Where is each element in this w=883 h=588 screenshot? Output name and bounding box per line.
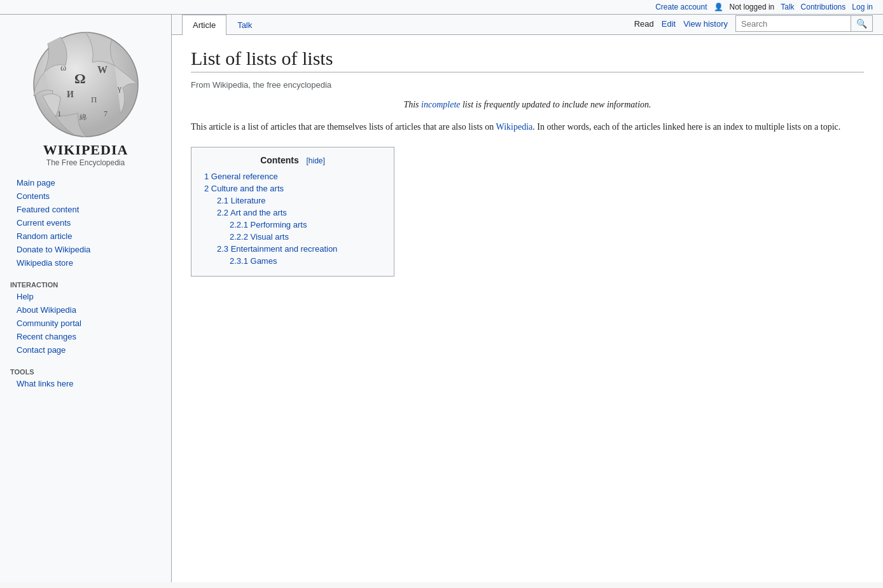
create-account-link[interactable]: Create account: [655, 3, 707, 11]
toc-item-2-2-1[interactable]: 2.2.1 Performing arts: [204, 219, 381, 231]
toc-item-2-1[interactable]: 2.1 Literature: [204, 195, 381, 207]
search-button[interactable]: 🔍: [851, 16, 872, 31]
sidebar-item-about[interactable]: About Wikipedia: [10, 303, 161, 317]
user-icon: 👤: [714, 3, 723, 11]
incomplete-post: list is frequently updated to include ne…: [462, 100, 651, 109]
svg-text:7: 7: [104, 109, 108, 118]
toc-item-1[interactable]: 1 General reference: [204, 170, 381, 182]
sidebar-item-main-page[interactable]: Main page: [10, 176, 161, 189]
toc-item-2-2[interactable]: 2.2 Art and the arts: [204, 207, 381, 219]
toc-item-2-2-2[interactable]: 2.2.2 Visual arts: [204, 231, 381, 243]
toc-title-label: Contents: [260, 155, 299, 165]
site-tagline: The Free Encyclopedia: [0, 158, 171, 167]
from-wiki-label: From Wikipedia, the free encyclopedia: [191, 80, 864, 90]
sidebar-item-contact-page[interactable]: Contact page: [10, 343, 161, 357]
sidebar-logo: Ω ω W γ И Π 7 綿 1 Wikipedia The Free Enc…: [0, 21, 171, 171]
top-bar: Create account 👤 Not logged in Talk Cont…: [0, 0, 883, 15]
tab-read[interactable]: Read: [634, 19, 654, 29]
tabs-right: Read Edit View history 🔍: [634, 15, 873, 34]
main-content: Article Talk Read Edit View history 🔍 Li…: [172, 15, 883, 582]
sidebar-item-store[interactable]: Wikipedia store: [10, 256, 161, 270]
talk-link[interactable]: Talk: [781, 3, 794, 11]
sidebar-tools-list: What links here: [10, 377, 161, 390]
incomplete-pre: This: [403, 100, 421, 109]
svg-text:Ω: Ω: [74, 71, 86, 86]
search-box: 🔍: [735, 15, 873, 32]
svg-text:И: И: [67, 90, 74, 99]
toc-item-2[interactable]: 2 Culture and the arts: [204, 182, 381, 195]
svg-text:1: 1: [57, 109, 62, 118]
toc-box: Contents [hide] 1 General reference2 Cul…: [191, 147, 394, 277]
toc-title: Contents [hide]: [204, 155, 381, 165]
toc-hide-button[interactable]: [hide]: [306, 156, 324, 165]
article-title: List of lists of lists: [191, 48, 864, 72]
sidebar: Ω ω W γ И Π 7 綿 1 Wikipedia The Free Enc…: [0, 15, 172, 582]
toc-item-2-3[interactable]: 2.3 Entertainment and recreation: [204, 243, 381, 255]
svg-text:ω: ω: [60, 63, 66, 72]
tabs-left: Article Talk: [182, 15, 263, 34]
svg-text:W: W: [97, 64, 108, 75]
sidebar-interaction-list: HelpAbout WikipediaCommunity portalRecen…: [10, 290, 161, 357]
sidebar-item-what-links-here[interactable]: What links here: [10, 377, 161, 390]
page-tabs: Article Talk Read Edit View history 🔍: [172, 15, 883, 35]
sidebar-item-random-article[interactable]: Random article: [10, 229, 161, 243]
article-body: List of lists of lists From Wikipedia, t…: [172, 35, 883, 582]
toc-items-list: 1 General reference2 Culture and the art…: [204, 170, 381, 267]
sidebar-item-recent-changes[interactable]: Recent changes: [10, 330, 161, 343]
layout: Ω ω W γ И Π 7 綿 1 Wikipedia The Free Enc…: [0, 15, 883, 582]
wikipedia-globe-icon: Ω ω W γ И Π 7 綿 1: [29, 27, 143, 142]
svg-text:γ: γ: [117, 83, 122, 93]
interaction-header: Interaction: [10, 277, 161, 290]
sidebar-item-current-events[interactable]: Current events: [10, 216, 161, 229]
tools-header: Tools: [10, 364, 161, 377]
contributions-link[interactable]: Contributions: [801, 3, 846, 11]
sidebar-item-contents[interactable]: Contents: [10, 189, 161, 203]
not-logged-in-label: Not logged in: [730, 3, 775, 11]
tab-article[interactable]: Article: [182, 15, 226, 35]
svg-text:Π: Π: [91, 95, 97, 104]
article-intro: This article is a list of articles that …: [191, 120, 864, 134]
sidebar-interaction-section: Interaction HelpAbout WikipediaCommunity…: [0, 272, 171, 359]
sidebar-item-community-portal[interactable]: Community portal: [10, 317, 161, 330]
tab-view-history[interactable]: View history: [683, 19, 728, 29]
svg-text:綿: 綿: [79, 113, 87, 121]
sidebar-item-donate[interactable]: Donate to Wikipedia: [10, 243, 161, 256]
incomplete-link[interactable]: incomplete: [421, 100, 460, 109]
sidebar-item-featured-content[interactable]: Featured content: [10, 203, 161, 216]
tab-edit[interactable]: Edit: [662, 19, 676, 29]
sidebar-nav-section: Main pageContentsFeatured contentCurrent…: [0, 171, 171, 272]
incomplete-notice: This incomplete list is frequently updat…: [191, 100, 864, 110]
search-input[interactable]: [736, 16, 851, 31]
sidebar-tools-section: Tools What links here: [0, 359, 171, 393]
site-name: Wikipedia: [0, 142, 171, 158]
sidebar-item-help[interactable]: Help: [10, 290, 161, 303]
tab-talk[interactable]: Talk: [226, 15, 263, 35]
wikipedia-link[interactable]: Wikipedia: [496, 122, 533, 132]
sidebar-nav-list: Main pageContentsFeatured contentCurrent…: [10, 176, 161, 270]
login-link[interactable]: Log in: [852, 3, 873, 11]
toc-item-2-3-1[interactable]: 2.3.1 Games: [204, 255, 381, 267]
